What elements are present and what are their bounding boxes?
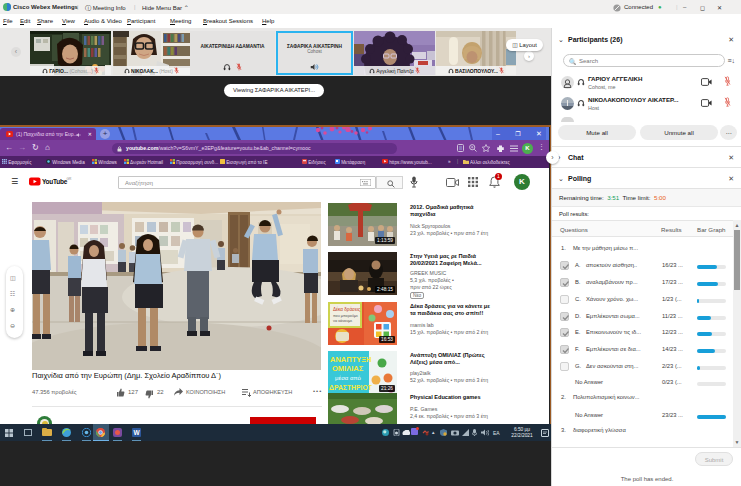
svg-text:ΟΜΙΛΙΑΣ: ΟΜΙΛΙΑΣ — [332, 364, 364, 373]
svg-text:να κάνουμε: να κάνουμε — [333, 319, 352, 323]
svg-text:YouTube: YouTube — [42, 178, 68, 185]
svg-text:ΑΝΑΠΤΥΞΗ: ΑΝΑΠΤΥΞΗ — [330, 355, 372, 364]
svg-text:μέσα από: μέσα από — [335, 375, 362, 381]
svg-text:ΔΡΑΣΤΗΡΙΟΤ: ΔΡΑΣΤΗΡΙΟΤ — [329, 384, 373, 391]
svg-text:Δέκα δράσεις: Δέκα δράσεις — [333, 306, 361, 312]
svg-text:GR: GR — [67, 177, 73, 181]
svg-text:που μπορούμε: που μπορούμε — [333, 314, 358, 318]
